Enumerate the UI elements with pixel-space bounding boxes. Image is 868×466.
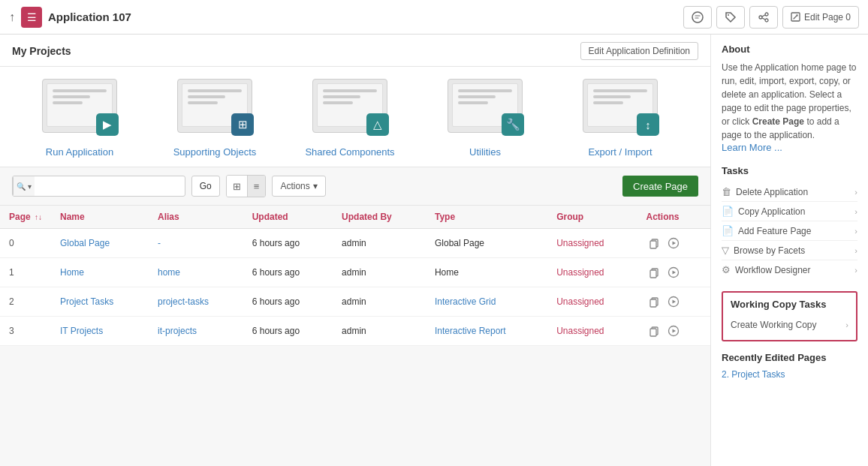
cell-type-3[interactable]: Interactive Report: [426, 317, 547, 346]
cell-group-3[interactable]: Unassigned: [547, 317, 637, 346]
copy-page-icon-3[interactable]: [646, 323, 662, 339]
delete-icon: 🗑: [722, 186, 731, 197]
cell-actions-0: [637, 229, 710, 258]
grid-view-button[interactable]: ⊞: [227, 176, 248, 197]
run-application-label: Run Application: [46, 146, 113, 158]
actions-dropdown-button[interactable]: Actions ▾: [272, 176, 325, 197]
run-badge: ▶: [96, 113, 119, 136]
copy-page-icon-2[interactable]: [646, 293, 662, 310]
cell-group-1[interactable]: Unassigned: [547, 258, 637, 287]
app-icon: ☰: [21, 7, 42, 28]
learn-more-link[interactable]: Learn More ...: [722, 142, 782, 153]
task-add-feature-page[interactable]: 📄 Add Feature Page ›: [722, 221, 857, 241]
nav-utilities[interactable]: 🔧 Utilities: [417, 79, 553, 158]
cell-alias-1[interactable]: home: [149, 258, 243, 287]
cell-updated-by-1: admin: [333, 258, 426, 287]
tag-icon: [725, 11, 737, 23]
col-page[interactable]: Page ↑↓: [0, 206, 51, 229]
nav-shared-components[interactable]: △ Shared Components: [282, 79, 417, 158]
projects-header: My Projects Edit Application Definition: [0, 35, 710, 67]
svg-point-0: [692, 12, 703, 23]
table-section: 🔍 ▾ Go ⊞ ≡ Actions ▾ Create Page: [0, 167, 710, 346]
copy-icon: 📄: [722, 206, 734, 217]
edit-page-button[interactable]: Edit Page 0: [782, 6, 859, 29]
col-name[interactable]: Name: [51, 206, 149, 229]
tag-button[interactable]: [716, 6, 745, 29]
nav-run-application[interactable]: ▶ Run Application: [12, 79, 147, 158]
create-page-button[interactable]: Create Page: [622, 176, 698, 197]
cell-group-2[interactable]: Unassigned: [547, 287, 637, 317]
delete-chevron-icon: ›: [854, 188, 857, 197]
col-updated-by[interactable]: Updated By: [333, 206, 426, 229]
topbar-actions: Edit Page 0: [683, 6, 859, 29]
task-create-working-copy[interactable]: Create Working Copy ›: [731, 316, 848, 334]
table-row: 1 Home home 6 hours ago admin Home Unass…: [0, 258, 710, 287]
cell-alias-3[interactable]: it-projects: [149, 317, 243, 346]
run-page-icon-2[interactable]: [665, 293, 682, 310]
cell-alias-2[interactable]: project-tasks: [149, 287, 243, 317]
cell-name-3[interactable]: IT Projects: [51, 317, 149, 346]
svg-point-1: [728, 14, 729, 16]
col-group[interactable]: Group: [547, 206, 637, 229]
cell-updated-by-0: admin: [333, 229, 426, 258]
svg-point-4: [765, 19, 768, 22]
cell-type-1: Home: [426, 258, 547, 287]
add-feature-chevron-icon: ›: [854, 227, 857, 236]
utilities-label: Utilities: [469, 146, 501, 158]
cell-page-1: 1: [0, 258, 51, 287]
cell-alias-0: -: [149, 229, 243, 258]
task-workflow-designer[interactable]: ⚙ Workflow Designer ›: [722, 260, 857, 279]
cell-updated-by-3: admin: [333, 317, 426, 346]
cell-name-0[interactable]: Global Page: [51, 229, 149, 258]
run-icon: [668, 237, 680, 249]
cell-type-2[interactable]: Interactive Grid: [426, 287, 547, 317]
nav-supporting-objects[interactable]: ⊞ Supporting Objects: [147, 79, 282, 158]
search-dropdown-button[interactable]: 🔍 ▾: [13, 176, 35, 196]
svg-point-2: [765, 13, 768, 16]
utilities-graphic: 🔧: [448, 79, 523, 139]
task-browse-facets[interactable]: ▽ Browse by Facets ›: [722, 241, 857, 260]
copy-icon: [648, 266, 660, 278]
cell-updated-0: 6 hours ago: [243, 229, 333, 258]
cell-group-0[interactable]: Unassigned: [547, 229, 637, 258]
list-view-button[interactable]: ≡: [248, 176, 266, 197]
cell-actions-2: [637, 287, 710, 317]
nav-icons-row: ▶ Run Application ⊞ Supporting Objects: [0, 67, 710, 167]
cell-updated-2: 6 hours ago: [243, 287, 333, 317]
table-row: 3 IT Projects it-projects 6 hours ago ad…: [0, 317, 710, 346]
cell-name-1[interactable]: Home: [51, 258, 149, 287]
task-copy-application[interactable]: 📄 Copy Application ›: [722, 202, 857, 221]
search-input[interactable]: [35, 181, 185, 191]
share-button[interactable]: [749, 6, 778, 29]
about-text: Use the Application home page to run, ed…: [722, 61, 857, 142]
cell-updated-3: 6 hours ago: [243, 317, 333, 346]
task-delete-label: Delete Application: [736, 187, 808, 197]
run-page-icon-0[interactable]: [665, 235, 682, 251]
nav-export-import[interactable]: ↕ Export / Import: [553, 79, 688, 158]
svg-rect-7: [650, 241, 656, 248]
task-workflow-label: Workflow Designer: [735, 265, 810, 275]
col-alias[interactable]: Alias: [149, 206, 243, 229]
svg-marker-21: [672, 329, 676, 333]
col-type[interactable]: Type: [426, 206, 547, 229]
search-wrapper: 🔍 ▾: [12, 176, 185, 197]
run-page-icon-1[interactable]: [665, 264, 682, 281]
table-toolbar: 🔍 ▾ Go ⊞ ≡ Actions ▾ Create Page: [0, 167, 710, 206]
copy-chevron-icon: ›: [854, 207, 857, 216]
task-browse-label: Browse by Facets: [734, 245, 805, 256]
comment-button[interactable]: [683, 6, 712, 29]
copy-page-icon-0[interactable]: [646, 235, 662, 251]
cell-name-2[interactable]: Project Tasks: [51, 287, 149, 317]
shared-components-label: Shared Components: [305, 146, 394, 158]
edit-application-button[interactable]: Edit Application Definition: [580, 42, 698, 60]
copy-page-icon-1[interactable]: [646, 264, 662, 281]
recently-item-project-tasks[interactable]: 2. Project Tasks: [722, 368, 857, 381]
back-button[interactable]: ↑: [9, 11, 15, 24]
browse-chevron-icon: ›: [854, 246, 857, 255]
task-delete-application[interactable]: 🗑 Delete Application ›: [722, 182, 857, 202]
col-updated[interactable]: Updated: [243, 206, 333, 229]
app-title: Application 107: [48, 11, 677, 23]
go-button[interactable]: Go: [191, 176, 220, 197]
run-page-icon-3[interactable]: [665, 323, 682, 339]
cell-page-3: 3: [0, 317, 51, 346]
